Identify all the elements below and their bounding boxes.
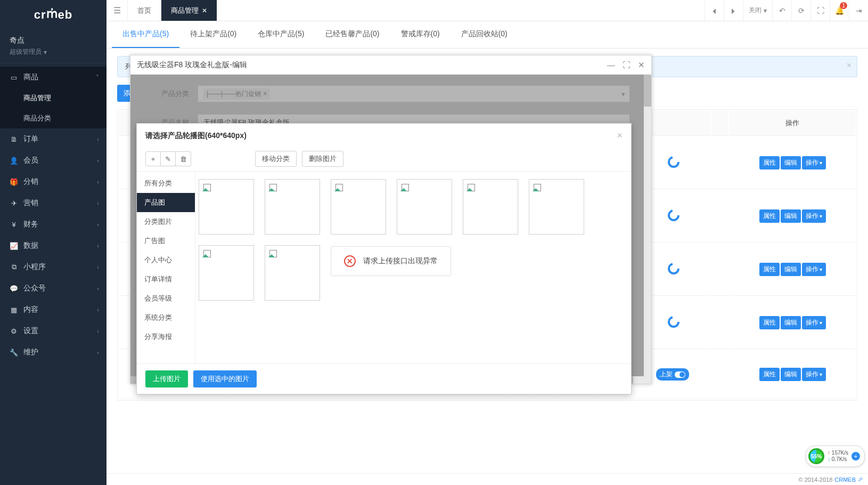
user-role[interactable]: 超级管理员▾ xyxy=(10,47,97,56)
nav-item[interactable]: ⚙设置‹ xyxy=(0,320,107,342)
network-widget[interactable]: 55% ↑ 157K/s ↓ 0.7K/s + xyxy=(806,446,865,467)
more-button[interactable]: 操作 xyxy=(802,368,826,381)
product-tab[interactable]: 仓库中产品(5) xyxy=(247,21,315,48)
menu-toggle-icon[interactable]: ☰ xyxy=(107,0,128,21)
broken-image-icon xyxy=(468,184,475,191)
nav-item[interactable]: 🔧维护‹ xyxy=(0,342,107,363)
onshelf-toggle[interactable]: 上架 xyxy=(656,368,689,381)
nav-item[interactable]: 🎁分销‹ xyxy=(0,171,107,192)
icon-button-group: + ✎ 🗑 xyxy=(145,151,191,166)
edit-icon[interactable]: ✎ xyxy=(161,152,176,166)
scrollbar-vertical[interactable] xyxy=(644,75,651,384)
footer-link[interactable]: CRMEB xyxy=(834,476,856,483)
product-tab[interactable]: 警戒库存(0) xyxy=(390,21,451,48)
category-item[interactable]: 个人中心 xyxy=(137,250,195,270)
category-item[interactable]: 产品图 xyxy=(137,193,195,212)
product-tab[interactable]: 出售中产品(5) xyxy=(112,21,179,48)
nav-subitem[interactable]: 商品管理 xyxy=(0,88,107,108)
close-icon[interactable]: × xyxy=(617,130,623,141)
more-button[interactable]: 操作 xyxy=(802,263,826,276)
close-dropdown[interactable]: 关闭▾ xyxy=(743,0,772,21)
image-thumbnail[interactable] xyxy=(199,245,254,301)
nav-item[interactable]: ▭商品˅ xyxy=(0,67,107,88)
image-thumbnail[interactable] xyxy=(265,245,320,301)
image-picker-modal: 请选择产品轮播图(640*640px) × + ✎ 🗑 移动分类 删除图片 所有… xyxy=(136,123,632,394)
image-thumbnail[interactable] xyxy=(397,179,452,235)
modal1-header: 无线吸尘器F8 玫瑰金礼盒版-编辑 — ⛶ ✕ xyxy=(130,55,651,75)
edit-button[interactable]: 编辑 xyxy=(781,316,801,329)
alert-close-icon[interactable]: × xyxy=(847,61,851,70)
trash-icon[interactable]: 🗑 xyxy=(176,152,191,166)
category-item[interactable]: 分类图片 xyxy=(137,212,195,231)
nav-item[interactable]: 🗎订单‹ xyxy=(0,128,107,150)
category-item[interactable]: 分享海报 xyxy=(137,327,195,346)
usage-gauge: 55% xyxy=(808,448,824,464)
nav-icon: 🗎 xyxy=(10,135,18,143)
minimize-icon[interactable]: — xyxy=(607,60,615,69)
delete-image-button[interactable]: 删除图片 xyxy=(302,151,343,167)
edit-button[interactable]: 编辑 xyxy=(781,368,801,381)
net-stats: ↑ 157K/s ↓ 0.7K/s xyxy=(828,450,848,463)
attr-button[interactable]: 属性 xyxy=(759,263,780,276)
image-thumbnail[interactable] xyxy=(199,179,254,235)
nav-item[interactable]: ▦内容‹ xyxy=(0,299,107,320)
more-button[interactable]: 操作 xyxy=(802,316,826,329)
nav-item[interactable]: 📈数据‹ xyxy=(0,235,107,256)
product-tab[interactable]: 待上架产品(0) xyxy=(179,21,247,48)
edit-button[interactable]: 编辑 xyxy=(781,263,801,276)
nav-item[interactable]: ¥财务‹ xyxy=(0,214,107,235)
nav-icon: 🔧 xyxy=(10,349,18,357)
image-thumbnail[interactable] xyxy=(265,179,320,235)
tab-active[interactable]: 商品管理✕ xyxy=(161,0,217,21)
tab-home[interactable]: 首页 xyxy=(128,0,161,21)
edit-button[interactable]: 编辑 xyxy=(781,209,801,223)
maximize-icon[interactable]: ⛶ xyxy=(623,60,630,69)
tab-next-icon[interactable]: ⏵ xyxy=(724,0,743,21)
product-tab[interactable]: 已经售馨产品(0) xyxy=(315,21,390,48)
chevron-left-icon: ‹ xyxy=(97,200,99,206)
more-button[interactable]: 操作 xyxy=(802,156,826,169)
logout-icon[interactable]: ⇥ xyxy=(849,0,868,21)
nav-subitem[interactable]: 商品分类 xyxy=(0,108,107,128)
use-selected-button[interactable]: 使用选中的图片 xyxy=(193,370,257,387)
category-item[interactable]: 所有分类 xyxy=(137,174,195,193)
close-icon[interactable]: ✕ xyxy=(202,7,207,14)
nav-item[interactable]: ⧉小程序‹ xyxy=(0,256,107,278)
product-tab[interactable]: 产品回收站(0) xyxy=(451,21,518,48)
category-item[interactable]: 系统分类 xyxy=(137,308,195,327)
more-button[interactable]: 操作 xyxy=(802,209,826,223)
category-item[interactable]: 会员等级 xyxy=(137,289,195,308)
nav-item[interactable]: 💬公众号‹ xyxy=(0,278,107,299)
nav: ▭商品˅商品管理商品分类🗎订单‹👤会员‹🎁分销‹✈营销‹¥财务‹📈数据‹⧉小程序… xyxy=(0,63,107,363)
bell-icon[interactable]: 🔔1 xyxy=(830,0,849,21)
add-icon[interactable]: + xyxy=(851,452,860,460)
sidebar: crṁeb 奇点 超级管理员▾ ▭商品˅商品管理商品分类🗎订单‹👤会员‹🎁分销‹… xyxy=(0,0,107,485)
image-thumbnail[interactable] xyxy=(463,179,518,235)
attr-button[interactable]: 属性 xyxy=(759,156,780,169)
chevron-down-icon: ˅ xyxy=(96,74,99,81)
fullscreen-icon[interactable]: ⛶ xyxy=(810,0,830,21)
upload-button[interactable]: 上传图片 xyxy=(145,370,188,387)
move-category-button[interactable]: 移动分类 xyxy=(255,151,297,167)
edit-button[interactable]: 编辑 xyxy=(781,156,801,169)
nav-item[interactable]: 👤会员‹ xyxy=(0,150,107,171)
modal2-title: 请选择产品轮播图(640*640px) xyxy=(145,131,247,141)
attr-button[interactable]: 属性 xyxy=(759,368,780,381)
refresh-icon[interactable]: ⟳ xyxy=(791,0,810,21)
image-thumbnail[interactable] xyxy=(331,179,386,235)
tab-prev-icon[interactable]: ⏴ xyxy=(705,0,724,21)
close-icon[interactable]: ✕ xyxy=(638,60,645,70)
category-item[interactable]: 广告图 xyxy=(137,231,195,250)
user-block: 奇点 超级管理员▾ xyxy=(0,29,107,63)
nav-item[interactable]: ✈营销‹ xyxy=(0,192,107,214)
attr-button[interactable]: 属性 xyxy=(759,209,780,223)
product-tabs: 出售中产品(5)待上架产品(0)仓库中产品(5)已经售馨产品(0)警戒库存(0)… xyxy=(107,21,868,48)
category-item[interactable]: 订单详情 xyxy=(137,270,195,289)
chevron-left-icon: ‹ xyxy=(97,328,99,334)
attr-button[interactable]: 属性 xyxy=(759,316,780,329)
image-thumbnail[interactable] xyxy=(529,179,584,235)
chevron-left-icon: ‹ xyxy=(97,285,99,292)
add-folder-icon[interactable]: + xyxy=(146,152,161,166)
nav-icon: ¥ xyxy=(10,221,18,229)
undo-icon[interactable]: ↶ xyxy=(772,0,791,21)
